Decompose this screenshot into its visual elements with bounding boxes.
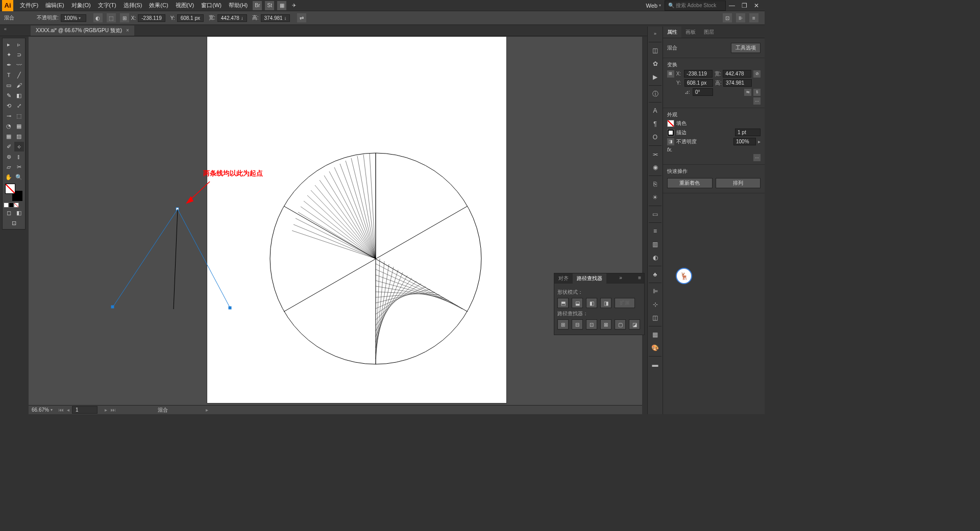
intersect-icon[interactable]: ◧ [586,298,597,308]
width-tool[interactable]: ⊸ [4,111,14,121]
artboards-strip-icon[interactable]: ▭ [649,208,662,220]
workspace-switcher[interactable]: Web [643,3,665,9]
search-input[interactable]: 🔍 搜索 Adobe Stock [665,1,726,11]
artboards-tab[interactable]: 画板 [681,27,700,38]
rotate-tool[interactable]: ⟲ [4,101,14,111]
lasso-tool[interactable]: ⊃ [14,50,24,60]
menu-select[interactable]: 选择(S) [120,2,146,9]
shaper-tool[interactable]: ✎ [4,91,14,100]
color-strip-icon[interactable]: 🎨 [649,342,662,354]
stroke-weight-field[interactable] [735,129,761,136]
canvas-area[interactable]: 两条线均以此为起点 [29,37,642,405]
magic-wand-tool[interactable]: ✦ [4,50,14,60]
line-tool[interactable]: ╱ [14,70,24,80]
edit-icon[interactable]: ⊪ [736,13,745,22]
panel-toggle-icon[interactable]: « [4,27,7,32]
prop-h-field[interactable] [723,79,752,87]
merge-icon[interactable]: ⊡ [586,319,597,330]
more-appearance-icon[interactable]: ⋯ [753,154,761,161]
gradient-tool[interactable]: ▨ [14,132,24,141]
perspective-tool[interactable]: ▦ [14,121,24,131]
transparency-strip-icon[interactable]: ◐ [649,251,662,264]
gradient-mode-icon[interactable] [9,203,14,208]
maximize-icon[interactable]: ❐ [738,2,750,9]
link-wh-icon[interactable]: ⊘ [753,70,761,78]
first-artboard-icon[interactable]: ⏮ [58,407,65,413]
prev-artboard-icon[interactable]: ◂ [65,407,72,413]
pen-tool[interactable]: ✒ [4,60,14,70]
menu-file[interactable]: 文件(F) [16,2,42,9]
tab-close-icon[interactable]: × [126,28,129,33]
stock-icon[interactable]: St [265,1,274,10]
gpu-icon[interactable]: ✈ [289,1,299,10]
color-mode-icon[interactable] [4,203,9,208]
direct-selection-tool[interactable]: ▹ [14,40,24,49]
paragraph-strip-icon[interactable]: ¶ [649,118,662,130]
last-artboard-icon[interactable]: ⏭ [110,407,117,413]
isolate-icon[interactable]: ⊡ [723,13,732,22]
menu-object[interactable]: 对象(O) [68,2,94,9]
stroke-strip-icon[interactable]: ≡ [649,225,662,237]
fill-swatch[interactable] [5,184,15,194]
slice-tool[interactable]: ✂ [14,162,24,172]
stroke-swatch-prop[interactable] [667,129,674,136]
pathfinder-tab[interactable]: 路径查找器 [573,273,606,284]
scale-tool[interactable]: ⤢ [14,101,24,111]
divide-icon[interactable]: ⊞ [557,319,569,330]
next-artboard-icon[interactable]: ▸ [103,407,110,413]
fill-swatch-prop[interactable] [667,120,674,127]
panel-menu-icon[interactable]: ≡ [635,273,644,284]
gradient-strip-icon[interactable]: ▥ [649,238,662,250]
opentype-strip-icon[interactable]: O [649,131,662,143]
none-mode-icon[interactable] [14,203,19,208]
free-transform-tool[interactable]: ⬚ [14,111,24,121]
layers-tab[interactable]: 图层 [700,27,718,38]
h-field[interactable]: 374.981 ↓ [261,14,290,22]
list-icon[interactable]: ≡ [749,13,758,22]
symbols-strip-icon[interactable]: ♣ [649,268,662,281]
shape-constrain-icon[interactable]: ⇄ [297,13,306,22]
transform-strip-icon[interactable]: ⊹ [649,298,662,311]
prop-w-field[interactable] [723,70,751,78]
zoom-level[interactable]: 66.67% [32,407,53,413]
menu-view[interactable]: 视图(V) [172,2,198,9]
libraries-strip-icon[interactable]: ✿ [649,58,662,70]
trim-icon[interactable]: ⊟ [572,319,583,330]
info-strip-icon[interactable]: ⓘ [649,88,662,100]
paintbrush-tool[interactable]: 🖌 [14,81,24,90]
minus-front-icon[interactable]: ⬓ [572,298,583,308]
more-transform-icon[interactable]: ⋯ [753,97,761,105]
artboard-tool[interactable]: ▱ [4,162,14,172]
hand-tool[interactable]: ✋ [4,172,14,182]
flip-v-icon[interactable]: ⥮ [753,89,761,96]
rectangle-tool[interactable]: ▭ [4,81,14,90]
properties-strip-icon[interactable]: ◫ [649,44,662,57]
asset-export-strip-icon[interactable]: ⎘ [649,178,662,190]
status-play-icon[interactable]: ▸ [204,407,211,413]
crop-icon[interactable]: ⊠ [600,319,611,330]
pathfinder-strip-icon[interactable]: ◫ [649,312,662,324]
properties-tab[interactable]: 属性 [663,27,681,38]
menu-help[interactable]: 帮助(H) [225,2,251,9]
strip-collapse-icon[interactable]: » [649,28,662,40]
menu-effect[interactable]: 效果(C) [145,2,172,9]
eyedropper-tool[interactable]: ✐ [4,142,14,151]
graph-tool[interactable]: ⫿ [14,152,24,162]
appearance-strip-icon[interactable]: ☀ [649,191,662,204]
bridge-icon[interactable]: Br [253,1,262,10]
swatches-strip-icon[interactable]: ▦ [649,328,662,341]
prop-y-field[interactable] [684,79,713,87]
minus-back-icon[interactable]: ◪ [629,319,640,330]
recolor-icon[interactable]: ⬚ [107,13,116,22]
style-icon[interactable]: ◐ [93,13,103,22]
draw-normal-icon[interactable]: ◻ [4,208,14,218]
character-strip-icon[interactable]: A [649,105,662,117]
artboard-number[interactable]: 1 [72,406,97,414]
outline-icon[interactable]: ▢ [615,319,626,330]
arrange-docs-icon[interactable]: ▦ [277,1,286,10]
cc-strip-icon[interactable]: ◉ [649,161,662,173]
minimize-icon[interactable]: — [726,2,738,9]
close-icon[interactable]: ✕ [750,2,763,9]
menu-window[interactable]: 窗口(W) [198,2,225,9]
panel-collapse-icon[interactable]: » [616,273,625,284]
